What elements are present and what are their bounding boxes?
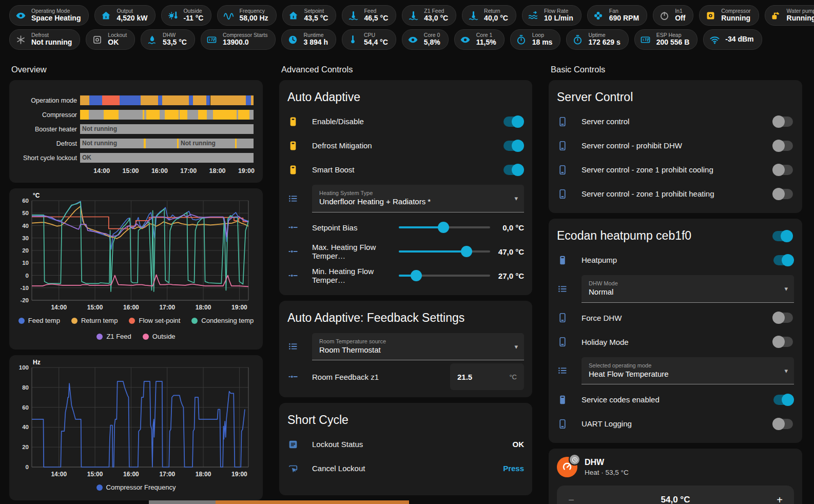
status-chip-operating-mode[interactable]: Operating ModeSpace Heating: [9, 5, 89, 26]
legend-dot: [18, 318, 25, 324]
legend-item-compressor-frequency[interactable]: Compressor Frequency: [96, 483, 176, 491]
legend-item-return-temp[interactable]: Return temp: [71, 317, 118, 324]
timeline-bar-compressor[interactable]: [80, 110, 254, 120]
row-min-heating-flow-temper: Min. Heating Flow Temper…27,0 °C: [287, 264, 524, 288]
timeline-segment: [210, 95, 246, 105]
setpoint-bias-slider[interactable]: [399, 222, 490, 233]
legend-item-flow-set-point[interactable]: Flow set-point: [129, 317, 180, 324]
temperature-chart-card: 6050403020100-10-2014:0015:0016:0017:001…: [9, 188, 263, 350]
timeline-bar-booster-heater[interactable]: Not running: [80, 124, 254, 134]
slider-icon: [287, 246, 308, 257]
status-chip-compressor[interactable]: CompressorRunning: [699, 5, 759, 26]
status-chip-defrost[interactable]: DefrostNot running: [9, 29, 80, 50]
status-chip-in1[interactable]: In1Off: [653, 5, 693, 26]
legend-item-feed-temp[interactable]: Feed temp: [18, 317, 60, 324]
short-cycle-card: Short CycleLockout StatusOKCancel Lockou…: [279, 403, 532, 495]
selected-operating-mode-select[interactable]: Selected operating modeHeat Flow Tempera…: [582, 357, 794, 385]
row-label: Smart Boost: [312, 165, 499, 174]
eye-icon: [459, 33, 472, 46]
chip-value: 690 RPM: [609, 14, 639, 23]
select-label: Selected operating mode: [589, 362, 777, 369]
ecodan-heatpump-ceb1f0-toggle[interactable]: [772, 231, 792, 241]
status-chip-runtime[interactable]: Runtime3 894 h: [281, 29, 336, 50]
status-chip-wifi-signal[interactable]: -34 dBm: [703, 29, 762, 50]
list-icon: [287, 341, 308, 352]
svg-text:14:00: 14:00: [51, 471, 67, 478]
timeline-segment: [89, 110, 104, 120]
legend-item-outside[interactable]: Outside: [143, 333, 176, 340]
status-chip-fan[interactable]: Fan690 RPM: [587, 5, 647, 26]
status-chip-loop[interactable]: Loop18 ms: [510, 29, 561, 50]
status-chip-outside[interactable]: Outside-11 °C: [161, 5, 211, 26]
fan-icon: [592, 9, 605, 22]
status-chip-uptime[interactable]: Uptime172 629 s: [566, 29, 628, 50]
row-holiday-mode: Holiday Mode: [557, 330, 794, 354]
max-heating-flow-temper-slider[interactable]: [399, 246, 490, 257]
basic-cards: Server ControlServer controlServer contr…: [549, 80, 802, 443]
status-chip-core-1[interactable]: Core 111,5%: [454, 29, 505, 50]
status-chip-flow-rate[interactable]: Flow Rate10 L/min: [522, 5, 582, 26]
chip-value: Running: [721, 14, 750, 23]
legend-item-condensing-temp[interactable]: Condensing temp: [191, 317, 254, 324]
svg-text:15:00: 15:00: [87, 471, 103, 478]
status-chip-water-pump[interactable]: Water pumpRunning: [765, 5, 814, 26]
power-icon: [658, 9, 670, 22]
slider-thumb: [411, 270, 422, 281]
cancel-lockout-button[interactable]: Press: [503, 464, 524, 473]
timeline-bar-defrost[interactable]: Not runningNot running: [80, 139, 254, 148]
status-chip-lockout[interactable]: LockoutOK: [86, 29, 135, 50]
chip-value: 200 556 B: [656, 38, 690, 47]
heatpump-toggle[interactable]: [773, 255, 793, 265]
series-compressor-frequency: [32, 381, 245, 467]
svg-text:Hz: Hz: [33, 359, 41, 366]
home-thermometer-icon: [287, 9, 300, 22]
server-control-zone-1-prohibit-cooling-toggle[interactable]: [773, 165, 793, 175]
row-label: Force DHW: [582, 314, 769, 322]
uart-logging-toggle[interactable]: [773, 419, 793, 429]
smart-boost-toggle[interactable]: [503, 165, 523, 175]
toggle-thumb: [772, 188, 785, 200]
status-chip-output[interactable]: Output4,520 kW: [94, 5, 156, 26]
service-codes-enabled-toggle[interactable]: [773, 395, 793, 405]
room-temperature-source-select[interactable]: Room Temperature sourceRoom Thermostat▾: [312, 333, 524, 361]
timeline-bar-short-cycle-lockout[interactable]: OK: [80, 153, 254, 163]
status-chip-feed[interactable]: Feed46,5 °C: [342, 5, 396, 26]
status-chip-setpoint[interactable]: Setpoint43,5 °C: [282, 5, 337, 26]
status-chip-return[interactable]: Return40,0 °C: [462, 5, 516, 26]
server-control-prohibit-dhw-toggle[interactable]: [773, 141, 793, 151]
row-lockout-status: Lockout StatusOK: [287, 432, 524, 456]
server-control-toggle[interactable]: [773, 117, 793, 127]
heating-system-type-select[interactable]: Heating System TypeUnderfloor Heating + …: [312, 185, 524, 212]
chip-text: Fan690 RPM: [609, 8, 639, 22]
dashboard-columns: Overview Operation modeCompressorBooster…: [0, 65, 814, 504]
svg-text:100: 100: [19, 364, 29, 371]
status-chip-dhw[interactable]: DHW53,5 °C: [141, 29, 195, 50]
dhw-mode-select[interactable]: DHW ModeNormal▾: [582, 275, 794, 303]
scrollbar-segment[interactable]: [149, 500, 216, 504]
row-label: Lockout Status: [312, 440, 509, 449]
status-chip-core-0[interactable]: Core 05,8%: [402, 29, 449, 50]
phone-filled-icon: [557, 394, 577, 405]
status-chip-cpu[interactable]: CPU54,4 °C: [342, 29, 396, 50]
timeline-bar-operation-mode[interactable]: [80, 95, 254, 105]
card-title: Short Cycle: [279, 403, 532, 430]
status-chip-esp-heap[interactable]: ESP Heap200 556 B: [634, 29, 698, 50]
select-wrap: DHW ModeNormal▾: [582, 272, 794, 306]
clock-badge-icon: [569, 454, 580, 466]
phone-outline-icon: [557, 336, 577, 347]
status-chip-compressor-starts[interactable]: Compressor Starts13900.0: [201, 29, 276, 50]
defrost-mitigation-toggle[interactable]: [503, 141, 523, 151]
row-label: Cancel Lockout: [312, 464, 499, 473]
status-chip-z1-feed[interactable]: Z1 Feed43,0 °C: [402, 5, 456, 26]
min-heating-flow-temper-slider[interactable]: [399, 270, 490, 281]
server-control-zone-1-prohibit-heating-toggle[interactable]: [773, 189, 793, 199]
room-feedback-z1-input[interactable]: 21.5°C: [450, 363, 524, 390]
horizontal-scrollbar[interactable]: [0, 500, 814, 504]
scrollbar-thumb[interactable]: [216, 500, 409, 504]
legend-item-z1-feed[interactable]: Z1 Feed: [96, 333, 131, 340]
enable-disable-toggle[interactable]: [503, 117, 523, 127]
server-control-card: Server ControlServer controlServer contr…: [549, 80, 802, 213]
force-dhw-toggle[interactable]: [773, 313, 793, 323]
status-chip-frequency[interactable]: Frequency58,00 Hz: [217, 5, 276, 26]
holiday-mode-toggle[interactable]: [773, 337, 793, 347]
